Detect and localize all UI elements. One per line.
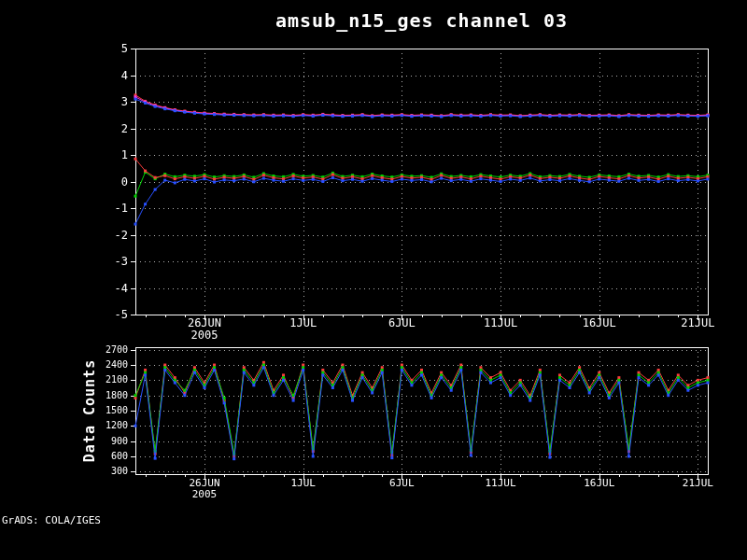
x-tick-label: 11JUL	[468, 317, 533, 329]
y-tick-label: -3	[89, 256, 128, 267]
grads-plot-screen: amsub_n15_ges channel 03 Data Counts GrA…	[0, 0, 747, 560]
y-tick-label: 1	[89, 149, 128, 161]
x-tick-label: 6JUL	[369, 478, 434, 488]
x-tick-label: 21JUL	[665, 317, 730, 329]
y-tick-label: 4	[89, 70, 128, 81]
y-tick-label: -5	[89, 309, 128, 320]
y-tick-label: 0	[89, 176, 128, 188]
x-tick-sublabel: 2005	[172, 329, 237, 341]
x-tick-label: 1JUL	[271, 317, 336, 329]
y-tick-label: 5	[89, 43, 128, 54]
y-tick-label: 2400	[89, 360, 128, 370]
chart-title: amsub_n15_ges channel 03	[135, 9, 708, 32]
grads-attribution: GrADS: COLA/IGES	[2, 514, 101, 526]
y-tick-label: 2700	[89, 345, 128, 355]
y-tick-label: 600	[89, 452, 128, 461]
x-tick-label: 21JUL	[665, 478, 730, 488]
y-tick-label: -4	[89, 283, 128, 294]
x-tick-label: 26JUN	[172, 317, 237, 329]
x-tick-label: 6JUL	[369, 317, 434, 329]
x-tick-sublabel: 2005	[172, 489, 237, 499]
y-tick-label: 1200	[89, 421, 128, 430]
x-tick-label: 26JUN	[172, 478, 237, 488]
y-tick-label: 1800	[89, 391, 128, 400]
y-tick-label: 300	[89, 467, 128, 476]
y-tick-label: 900	[89, 437, 128, 446]
x-tick-label: 16JUL	[567, 478, 632, 488]
y-tick-label: 2	[89, 123, 128, 134]
y-tick-label: 2100	[89, 375, 128, 385]
x-tick-label: 1JUL	[271, 478, 336, 488]
x-tick-label: 11JUL	[468, 478, 533, 488]
y-tick-label: -1	[89, 203, 128, 214]
y-tick-label: -2	[89, 230, 128, 241]
y-tick-label: 1500	[89, 406, 128, 415]
x-tick-label: 16JUL	[567, 317, 632, 329]
y-tick-label: 3	[89, 96, 128, 107]
